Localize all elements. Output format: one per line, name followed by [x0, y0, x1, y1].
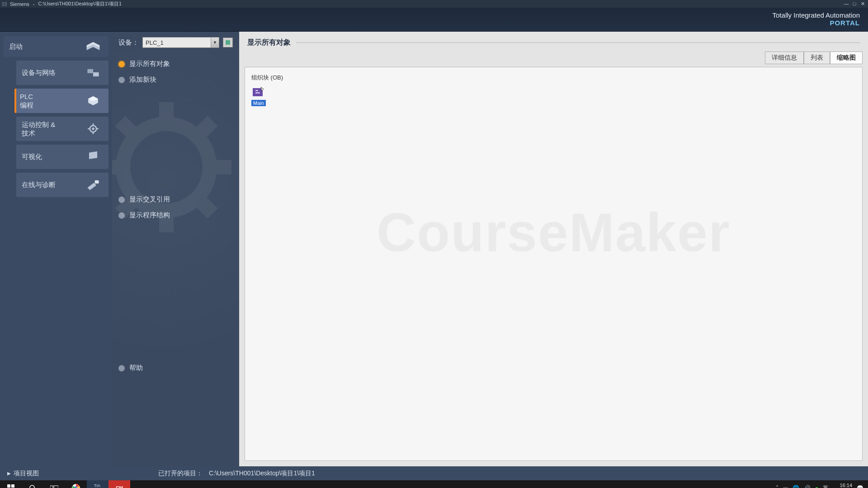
- svg-rect-24: [11, 484, 14, 488]
- svg-rect-22: [255, 92, 260, 94]
- taskview-icon: [50, 485, 58, 488]
- ime-indicator[interactable]: 英: [823, 484, 828, 488]
- sub-panel: 设备： PLC_1 ▼ 显示所有对象 添加新块 显示交叉引用: [112, 32, 239, 466]
- plc-icon: [83, 93, 103, 109]
- notification-button[interactable]: 💬: [857, 485, 863, 488]
- block-main[interactable]: Main: [251, 86, 266, 106]
- nav-start[interactable]: 启动: [4, 36, 108, 57]
- cm-icon: CM: [116, 486, 123, 488]
- taskbar-chrome[interactable]: [65, 480, 87, 488]
- search-icon: [29, 484, 36, 488]
- svg-rect-30: [54, 486, 58, 488]
- siemens-logo-icon: ▯▯: [2, 1, 7, 6]
- taskbar-tia[interactable]: TIAV14: [87, 480, 108, 488]
- svg-line-18: [198, 121, 212, 136]
- content-title: 显示所有对象: [247, 38, 291, 47]
- windows-icon: [7, 484, 14, 488]
- svg-rect-9: [95, 180, 99, 183]
- nav-devices[interactable]: 设备与网络: [16, 61, 108, 85]
- svg-line-17: [120, 199, 135, 213]
- bullet-icon: [118, 365, 125, 371]
- left-nav: 启动 设备与网络 PLC 编程 运动控制 & 技术 可视化: [0, 32, 112, 466]
- device-refresh-button[interactable]: [223, 38, 233, 47]
- bullet-icon: [118, 61, 125, 67]
- taskbar-cm[interactable]: CM: [108, 480, 130, 488]
- gear-bg-icon: [112, 95, 239, 239]
- device-select[interactable]: PLC_1 ▼: [142, 37, 219, 48]
- svg-point-3: [92, 127, 94, 130]
- content-body: 组织块 (OB) Main CourseMaker: [245, 67, 863, 461]
- sub-add-block[interactable]: 添加新块: [118, 72, 233, 88]
- svg-rect-0: [87, 69, 93, 73]
- task-view-button[interactable]: [43, 480, 65, 488]
- brand-line2: PORTAL: [773, 19, 860, 27]
- title-sep: -: [33, 1, 35, 7]
- view-tabs: 详细信息 列表 缩略图: [239, 52, 868, 64]
- minimize-button[interactable]: —: [843, 1, 850, 7]
- status-bar: ▶ 项目视图 已打开的项目： C:\Users\TH001\Desktop\项目…: [0, 466, 868, 480]
- sub-show-all[interactable]: 显示所有对象: [118, 56, 233, 72]
- diagnostics-icon: [83, 177, 103, 193]
- start-icon: [83, 38, 103, 55]
- app-name: Siemens: [10, 1, 29, 7]
- svg-rect-23: [7, 484, 10, 488]
- nav-plc-programming[interactable]: PLC 编程: [14, 89, 108, 113]
- tray-chevron-icon[interactable]: ˄: [776, 485, 778, 488]
- search-button[interactable]: [22, 480, 43, 488]
- taskbar-clock[interactable]: 16:14 2020/4/8: [833, 483, 852, 488]
- ob-block-icon: [252, 86, 265, 98]
- tray-battery-icon[interactable]: ▭: [783, 485, 788, 488]
- gear-icon: [83, 121, 103, 137]
- tab-thumbnail[interactable]: 缩略图: [830, 52, 863, 64]
- svg-rect-8: [89, 151, 97, 159]
- windows-taskbar: TIAV14 CM ˄ ▭ 🌐 🔊 ● 英 16:14 2020/4/8 💬: [0, 480, 868, 488]
- start-menu-button[interactable]: [0, 480, 22, 488]
- group-label-ob: 组织块 (OB): [251, 74, 856, 82]
- window-titlebar: ▯▯ Siemens - C:\Users\TH001\Desktop\项目1\…: [0, 0, 868, 8]
- maximize-button[interactable]: □: [851, 1, 858, 7]
- project-path: C:\Users\TH001\Desktop\项目1\项目1: [38, 0, 122, 7]
- nav-online-diag[interactable]: 在线与诊断: [16, 173, 108, 197]
- content-area: 显示所有对象 详细信息 列表 缩略图 组织块 (OB) Main CourseM…: [239, 32, 868, 466]
- svg-rect-1: [93, 72, 99, 76]
- nav-motion[interactable]: 运动控制 & 技术: [16, 117, 108, 141]
- triangle-right-icon: ▶: [7, 471, 11, 476]
- bullet-icon: [118, 77, 125, 83]
- close-button[interactable]: ✕: [859, 1, 866, 7]
- header-divider: [296, 42, 860, 43]
- opened-project-path: C:\Users\TH001\Desktop\项目1\项目1: [209, 469, 315, 477]
- sub-help[interactable]: 帮助: [118, 360, 233, 376]
- devices-icon: [83, 65, 103, 81]
- svg-rect-21: [255, 90, 258, 91]
- svg-rect-29: [50, 486, 53, 488]
- svg-point-27: [30, 485, 34, 488]
- block-name-label: Main: [251, 100, 266, 106]
- refresh-icon: [225, 39, 231, 46]
- chevron-down-icon: ▼: [211, 38, 219, 47]
- watermark: CourseMaker: [377, 201, 730, 263]
- tab-list[interactable]: 列表: [804, 52, 830, 64]
- brand-line1: Totally Integrated Automation: [773, 11, 860, 19]
- chrome-icon: [71, 483, 80, 488]
- tia-icon: TIAV14: [94, 484, 101, 488]
- tray-app-icon[interactable]: ●: [815, 485, 818, 488]
- tab-detail[interactable]: 详细信息: [765, 52, 804, 64]
- svg-line-16: [198, 199, 212, 213]
- screen-icon: [83, 149, 103, 165]
- tray-volume-icon[interactable]: 🔊: [804, 485, 811, 488]
- svg-line-15: [120, 121, 135, 136]
- branding-band: Totally Integrated Automation PORTAL: [0, 8, 868, 32]
- svg-point-10: [123, 124, 210, 211]
- tray-network-icon[interactable]: 🌐: [793, 485, 799, 488]
- nav-visualization[interactable]: 可视化: [16, 145, 108, 169]
- device-label: 设备：: [118, 38, 139, 47]
- svg-rect-19: [226, 40, 230, 45]
- opened-project-label: 已打开的项目：: [158, 469, 203, 477]
- project-view-button[interactable]: ▶ 项目视图: [7, 469, 39, 478]
